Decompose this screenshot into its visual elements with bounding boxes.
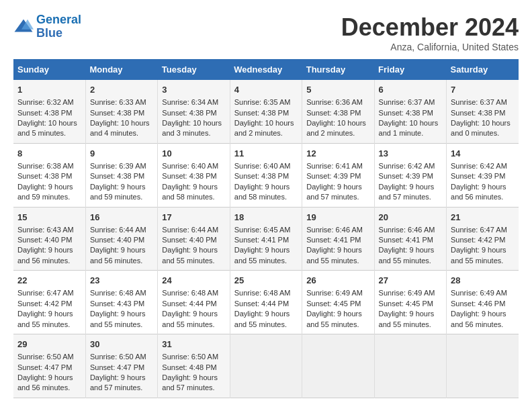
sunset-label: Sunset: 4:38 PM	[234, 109, 289, 117]
sunrise-label: Sunrise: 6:40 AM	[162, 162, 218, 170]
calendar-cell: 4 Sunrise: 6:35 AM Sunset: 4:38 PM Dayli…	[230, 80, 302, 143]
sunset-label: Sunset: 4:42 PM	[17, 300, 72, 308]
sunset-label: Sunset: 4:46 PM	[451, 300, 505, 308]
calendar-cell: 13 Sunrise: 6:42 AM Sunset: 4:39 PM Dayl…	[374, 143, 446, 207]
daylight-label: Daylight: 9 hours and 59 minutes.	[90, 183, 146, 201]
sunset-label: Sunset: 4:40 PM	[90, 236, 144, 244]
day-number: 13	[379, 148, 442, 160]
daylight-label: Daylight: 9 hours and 56 minutes.	[17, 246, 73, 264]
day-number: 25	[234, 275, 298, 287]
sunrise-label: Sunrise: 6:44 AM	[162, 226, 218, 234]
sunset-label: Sunset: 4:47 PM	[90, 363, 144, 371]
col-tuesday: Tuesday	[158, 59, 230, 80]
sunrise-label: Sunrise: 6:46 AM	[306, 226, 363, 234]
sunrise-label: Sunrise: 6:50 AM	[17, 353, 74, 361]
calendar-cell: 19 Sunrise: 6:46 AM Sunset: 4:41 PM Dayl…	[302, 207, 374, 271]
daylight-label: Daylight: 9 hours and 55 minutes.	[162, 246, 218, 264]
daylight-label: Daylight: 10 hours and 4 minutes.	[90, 119, 150, 137]
day-number: 1	[17, 84, 81, 96]
day-number: 29	[17, 338, 81, 351]
sunrise-label: Sunrise: 6:48 AM	[90, 289, 146, 297]
sunrise-label: Sunrise: 6:50 AM	[162, 353, 218, 361]
sunrise-label: Sunrise: 6:42 AM	[379, 162, 435, 170]
calendar-cell: 14 Sunrise: 6:42 AM Sunset: 4:39 PM Dayl…	[447, 143, 519, 207]
day-number: 16	[90, 212, 153, 224]
calendar-cell: 15 Sunrise: 6:43 AM Sunset: 4:40 PM Dayl…	[13, 207, 85, 271]
daylight-label: Daylight: 10 hours and 2 minutes.	[234, 119, 294, 137]
calendar-week-5: 29 Sunrise: 6:50 AM Sunset: 4:47 PM Dayl…	[13, 334, 519, 398]
daylight-label: Daylight: 9 hours and 55 minutes.	[234, 310, 290, 328]
title-section: December 2024 Anza, California, United S…	[341, 13, 519, 52]
sunrise-label: Sunrise: 6:49 AM	[451, 289, 507, 297]
sunset-label: Sunset: 4:38 PM	[90, 109, 144, 117]
calendar-cell: 30 Sunrise: 6:50 AM Sunset: 4:47 PM Dayl…	[85, 334, 157, 398]
calendar-cell: 31 Sunrise: 6:50 AM Sunset: 4:48 PM Dayl…	[158, 334, 230, 398]
daylight-label: Daylight: 9 hours and 56 minutes.	[451, 310, 506, 328]
day-number: 8	[17, 148, 81, 160]
calendar-cell: 12 Sunrise: 6:41 AM Sunset: 4:39 PM Dayl…	[302, 143, 374, 207]
daylight-label: Daylight: 10 hours and 2 minutes.	[306, 119, 366, 137]
calendar-cell: 6 Sunrise: 6:37 AM Sunset: 4:38 PM Dayli…	[374, 80, 446, 143]
sunrise-label: Sunrise: 6:35 AM	[234, 98, 291, 106]
col-wednesday: Wednesday	[230, 59, 302, 80]
sunset-label: Sunset: 4:39 PM	[306, 172, 361, 180]
calendar-cell	[374, 334, 446, 398]
calendar-cell: 29 Sunrise: 6:50 AM Sunset: 4:47 PM Dayl…	[13, 334, 85, 398]
day-number: 23	[90, 275, 153, 287]
sunset-label: Sunset: 4:45 PM	[306, 300, 361, 308]
calendar-cell: 27 Sunrise: 6:49 AM Sunset: 4:45 PM Dayl…	[374, 271, 446, 334]
daylight-label: Daylight: 9 hours and 58 minutes.	[234, 183, 290, 201]
calendar-cell: 9 Sunrise: 6:39 AM Sunset: 4:38 PM Dayli…	[85, 143, 157, 207]
day-number: 3	[162, 84, 225, 96]
daylight-label: Daylight: 9 hours and 55 minutes.	[451, 246, 506, 264]
sunrise-label: Sunrise: 6:48 AM	[162, 289, 218, 297]
sunset-label: Sunset: 4:38 PM	[17, 172, 72, 180]
calendar-cell: 3 Sunrise: 6:34 AM Sunset: 4:38 PM Dayli…	[158, 80, 230, 143]
daylight-label: Daylight: 9 hours and 55 minutes.	[17, 310, 73, 328]
day-number: 9	[90, 148, 153, 160]
logo-line2: Blue	[36, 26, 62, 40]
calendar-cell: 17 Sunrise: 6:44 AM Sunset: 4:40 PM Dayl…	[158, 207, 230, 271]
day-number: 17	[162, 212, 225, 224]
calendar-cell: 18 Sunrise: 6:45 AM Sunset: 4:41 PM Dayl…	[230, 207, 302, 271]
calendar-cell: 23 Sunrise: 6:48 AM Sunset: 4:43 PM Dayl…	[85, 271, 157, 334]
calendar-cell: 21 Sunrise: 6:47 AM Sunset: 4:42 PM Dayl…	[447, 207, 519, 271]
daylight-label: Daylight: 10 hours and 0 minutes.	[451, 119, 511, 137]
sunrise-label: Sunrise: 6:47 AM	[17, 289, 74, 297]
day-number: 30	[90, 338, 153, 351]
sunrise-label: Sunrise: 6:41 AM	[306, 162, 363, 170]
sunrise-label: Sunrise: 6:49 AM	[379, 289, 435, 297]
sunset-label: Sunset: 4:41 PM	[234, 236, 289, 244]
sunset-label: Sunset: 4:41 PM	[306, 236, 361, 244]
day-number: 10	[162, 148, 225, 160]
calendar-title: December 2024	[341, 13, 519, 42]
sunrise-label: Sunrise: 6:46 AM	[379, 226, 435, 234]
sunrise-label: Sunrise: 6:36 AM	[306, 98, 363, 106]
day-number: 2	[90, 84, 153, 96]
calendar-cell: 8 Sunrise: 6:38 AM Sunset: 4:38 PM Dayli…	[13, 143, 85, 207]
day-number: 6	[379, 84, 442, 96]
day-number: 14	[451, 148, 515, 160]
sunset-label: Sunset: 4:41 PM	[379, 236, 433, 244]
sunrise-label: Sunrise: 6:47 AM	[451, 226, 507, 234]
daylight-label: Daylight: 10 hours and 3 minutes.	[162, 119, 222, 137]
calendar-cell: 11 Sunrise: 6:40 AM Sunset: 4:38 PM Dayl…	[230, 143, 302, 207]
sunset-label: Sunset: 4:38 PM	[162, 109, 216, 117]
daylight-label: Daylight: 9 hours and 58 minutes.	[162, 183, 218, 201]
calendar-cell: 2 Sunrise: 6:33 AM Sunset: 4:38 PM Dayli…	[85, 80, 157, 143]
calendar-week-1: 1 Sunrise: 6:32 AM Sunset: 4:38 PM Dayli…	[13, 80, 519, 143]
daylight-label: Daylight: 9 hours and 55 minutes.	[234, 246, 290, 264]
sunset-label: Sunset: 4:38 PM	[234, 172, 289, 180]
col-sunday: Sunday	[13, 59, 85, 80]
day-number: 5	[306, 84, 369, 96]
sunrise-label: Sunrise: 6:39 AM	[90, 162, 146, 170]
sunset-label: Sunset: 4:39 PM	[379, 172, 433, 180]
sunset-label: Sunset: 4:48 PM	[162, 363, 216, 371]
sunset-label: Sunset: 4:47 PM	[17, 363, 72, 371]
calendar-table: Sunday Monday Tuesday Wednesday Thursday…	[13, 59, 519, 398]
sunset-label: Sunset: 4:38 PM	[306, 109, 361, 117]
daylight-label: Daylight: 10 hours and 1 minute.	[379, 119, 439, 137]
sunrise-label: Sunrise: 6:33 AM	[90, 98, 146, 106]
sunrise-label: Sunrise: 6:49 AM	[306, 289, 363, 297]
day-number: 7	[451, 84, 515, 96]
